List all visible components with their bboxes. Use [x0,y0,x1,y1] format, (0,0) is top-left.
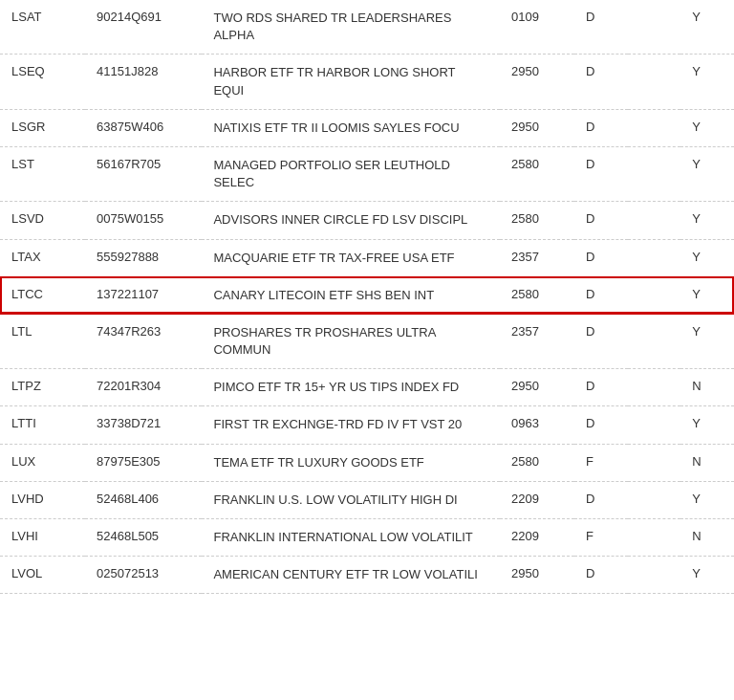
yn-cell: Y [680,314,734,368]
table-row: LVHD 52468L406 FRANKLIN U.S. LOW VOLATIL… [0,481,734,518]
type-cell: D [574,314,628,368]
table-row: LTL 74347R263 PROSHARES TR PROSHARES ULT… [0,314,734,368]
table-row: LTCC 137221107 CANARY LITECOIN ETF SHS B… [0,276,734,314]
yn-cell: Y [680,276,734,314]
type-cell: D [574,202,628,239]
yn-cell: Y [680,239,734,276]
yn-cell: N [680,369,734,406]
yn-cell: N [680,444,734,481]
table-row: LUX 87975E305 TEMA ETF TR LUXURY GOODS E… [0,444,734,481]
num-cell: 2580 [500,202,574,239]
cusip-cell: 137221107 [85,276,202,314]
extra-cell [628,444,681,481]
name-cell: TWO RDS SHARED TR LEADERSHARES ALPHA [202,0,500,55]
num-cell: 2580 [500,444,574,481]
table-row: LVOL 025072513 AMERICAN CENTURY ETF TR L… [0,557,734,594]
type-cell: D [574,55,628,109]
ticker-cell: LTL [0,314,85,368]
extra-cell [628,146,681,201]
ticker-cell: LSGR [0,109,85,146]
table-row: LST 56167R705 MANAGED PORTFOLIO SER LEUT… [0,146,734,201]
type-cell: D [574,406,628,444]
name-cell: MANAGED PORTFOLIO SER LEUTHOLD SELEC [202,146,500,201]
yn-cell: Y [680,481,734,518]
num-cell: 2357 [500,239,574,276]
data-table: LSAT 90214Q691 TWO RDS SHARED TR LEADERS… [0,0,734,594]
name-cell: FRANKLIN U.S. LOW VOLATILITY HIGH DI [202,481,500,518]
extra-cell [628,55,681,109]
cusip-cell: 63875W406 [85,109,202,146]
yn-cell: Y [680,202,734,239]
table-row: LSEQ 41151J828 HARBOR ETF TR HARBOR LONG… [0,55,734,109]
type-cell: D [574,0,628,55]
cusip-cell: 41151J828 [85,55,202,109]
name-cell: PROSHARES TR PROSHARES ULTRA COMMUN [202,314,500,368]
name-cell: PIMCO ETF TR 15+ YR US TIPS INDEX FD [202,369,500,406]
yn-cell: Y [680,146,734,201]
name-cell: AMERICAN CENTURY ETF TR LOW VOLATILI [202,557,500,594]
cusip-cell: 90214Q691 [85,0,202,55]
type-cell: D [574,557,628,594]
cusip-cell: 74347R263 [85,314,202,368]
yn-cell: Y [680,109,734,146]
yn-cell: Y [680,0,734,55]
num-cell: 2950 [500,557,574,594]
table-row: LTTI 33738D721 FIRST TR EXCHNGE-TRD FD I… [0,406,734,444]
ticker-cell: LSAT [0,0,85,55]
extra-cell [628,557,681,594]
cusip-cell: 52468L505 [85,519,202,557]
extra-cell [628,0,681,55]
name-cell: CANARY LITECOIN ETF SHS BEN INT [202,276,500,314]
type-cell: D [574,276,628,314]
type-cell: F [574,444,628,481]
type-cell: D [574,239,628,276]
name-cell: TEMA ETF TR LUXURY GOODS ETF [202,444,500,481]
extra-cell [628,239,681,276]
name-cell: ADVISORS INNER CIRCLE FD LSV DISCIPL [202,202,500,239]
ticker-cell: LVHD [0,481,85,518]
type-cell: D [574,481,628,518]
cusip-cell: 025072513 [85,557,202,594]
ticker-cell: LVOL [0,557,85,594]
num-cell: 0109 [500,0,574,55]
num-cell: 2950 [500,55,574,109]
name-cell: FIRST TR EXCHNGE-TRD FD IV FT VST 20 [202,406,500,444]
table-row: LSGR 63875W406 NATIXIS ETF TR II LOOMIS … [0,109,734,146]
ticker-cell: LSVD [0,202,85,239]
ticker-cell: LVHI [0,519,85,557]
ticker-cell: LUX [0,444,85,481]
yn-cell: Y [680,406,734,444]
ticker-cell: LTPZ [0,369,85,406]
name-cell: MACQUARIE ETF TR TAX-FREE USA ETF [202,239,500,276]
type-cell: D [574,146,628,201]
num-cell: 0963 [500,406,574,444]
cusip-cell: 56167R705 [85,146,202,201]
num-cell: 2950 [500,369,574,406]
extra-cell [628,481,681,518]
num-cell: 2209 [500,519,574,557]
cusip-cell: 87975E305 [85,444,202,481]
table-row: LTAX 555927888 MACQUARIE ETF TR TAX-FREE… [0,239,734,276]
cusip-cell: 0075W0155 [85,202,202,239]
num-cell: 2580 [500,146,574,201]
extra-cell [628,369,681,406]
name-cell: NATIXIS ETF TR II LOOMIS SAYLES FOCU [202,109,500,146]
table-row: LSVD 0075W0155 ADVISORS INNER CIRCLE FD … [0,202,734,239]
ticker-cell: LTCC [0,276,85,314]
table-row: LVHI 52468L505 FRANKLIN INTERNATIONAL LO… [0,519,734,557]
ticker-cell: LTAX [0,239,85,276]
name-cell: HARBOR ETF TR HARBOR LONG SHORT EQUI [202,55,500,109]
extra-cell [628,109,681,146]
yn-cell: Y [680,557,734,594]
ticker-cell: LSEQ [0,55,85,109]
ticker-cell: LST [0,146,85,201]
cusip-cell: 72201R304 [85,369,202,406]
extra-cell [628,276,681,314]
num-cell: 2209 [500,481,574,518]
num-cell: 2357 [500,314,574,368]
table-container: LSAT 90214Q691 TWO RDS SHARED TR LEADERS… [0,0,734,700]
num-cell: 2950 [500,109,574,146]
name-cell: FRANKLIN INTERNATIONAL LOW VOLATILIT [202,519,500,557]
cusip-cell: 33738D721 [85,406,202,444]
yn-cell: N [680,519,734,557]
